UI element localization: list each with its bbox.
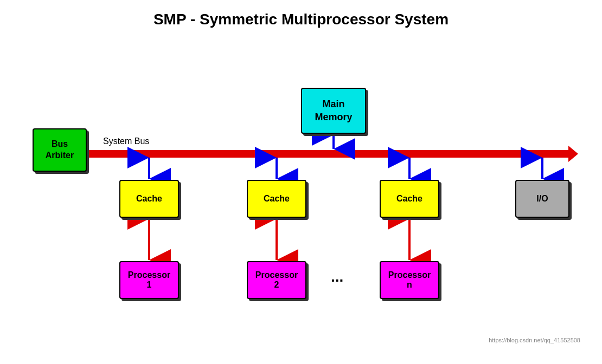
main-memory-label: MainMemory	[315, 98, 352, 123]
main-memory-box: MainMemory	[301, 88, 366, 134]
cache-1-label: Cache	[136, 194, 162, 204]
cache-3-label: Cache	[396, 194, 422, 204]
bus-arbiter-box: BusArbiter	[33, 128, 87, 172]
processor-2-box: Processor2	[247, 261, 306, 299]
processor-n-box: Processorn	[380, 261, 439, 299]
cache-2-box: Cache	[247, 180, 306, 218]
diagram-area: System Bus MainMemory BusArbiter Cache C…	[16, 44, 586, 348]
processor-n-label: Processorn	[388, 270, 431, 290]
cache-3-box: Cache	[380, 180, 439, 218]
io-box: I/O	[515, 180, 569, 218]
cache-2-label: Cache	[264, 194, 290, 204]
bus-arbiter-label: BusArbiter	[46, 139, 74, 161]
page-title: SMP - Symmetric Multiprocessor System	[16, 11, 586, 28]
watermark: https://blog.csdn.net/qq_41552508	[489, 337, 580, 343]
io-label: I/O	[536, 194, 548, 204]
processor-1-label: Processor1	[128, 270, 170, 290]
cache-1-box: Cache	[119, 180, 179, 218]
processor-2-label: Processor2	[255, 270, 298, 290]
page-container: SMP - Symmetric Multiprocessor System Sy…	[0, 0, 602, 364]
processor-1-box: Processor1	[119, 261, 179, 299]
dots-separator: ···	[331, 272, 343, 289]
